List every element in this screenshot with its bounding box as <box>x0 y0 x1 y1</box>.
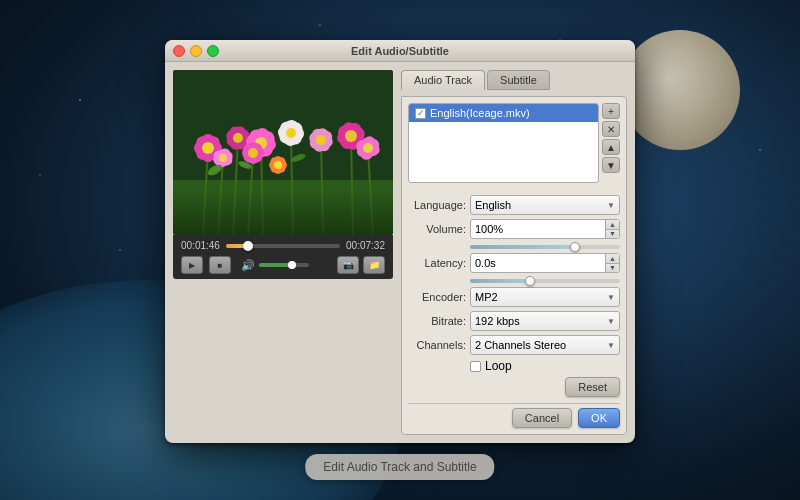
loop-row: Loop <box>408 359 620 373</box>
reset-button[interactable]: Reset <box>565 377 620 397</box>
volume-up-button[interactable]: ▲ <box>606 220 619 230</box>
player-section: 00:01:46 00:07:32 ▶ ■ 🔊 <box>173 70 393 435</box>
loop-label: Loop <box>485 359 512 373</box>
folder-button[interactable]: 📁 <box>363 256 385 274</box>
track-item[interactable]: ✓ English(Iceage.mkv) <box>409 104 598 122</box>
panel-content: ✓ English(Iceage.mkv) + ✕ ▲ ▼ Language: <box>401 96 627 435</box>
playback-controls: ▶ ■ 🔊 📷 📁 <box>181 256 385 274</box>
latency-value: 0.0s <box>475 257 496 269</box>
media-buttons: 📷 📁 <box>337 256 385 274</box>
channels-label: Channels: <box>408 339 466 351</box>
loop-checkbox[interactable] <box>470 361 481 372</box>
svg-point-40 <box>345 130 357 142</box>
language-dropdown[interactable]: English ▼ <box>470 195 620 215</box>
channels-dropdown-arrow: ▼ <box>607 341 615 350</box>
controls-bar: 00:01:46 00:07:32 ▶ ■ 🔊 <box>173 235 393 279</box>
volume-row: Volume: 100% ▲ ▼ <box>408 219 620 239</box>
encoder-dropdown[interactable]: MP2 ▼ <box>470 287 620 307</box>
volume-section: 🔊 <box>241 259 309 272</box>
track-label: English(Iceage.mkv) <box>430 107 530 119</box>
language-dropdown-arrow: ▼ <box>607 201 615 210</box>
svg-point-15 <box>202 142 214 154</box>
bottom-label: Edit Audio Track and Subtitle <box>305 454 494 480</box>
svg-point-53 <box>363 143 373 153</box>
encoder-dropdown-arrow: ▼ <box>607 293 615 302</box>
latency-label: Latency: <box>408 257 466 269</box>
volume-track-slider[interactable] <box>470 245 620 249</box>
tabs: Audio Track Subtitle <box>401 70 627 90</box>
track-list-area: ✓ English(Iceage.mkv) + ✕ ▲ ▼ <box>408 103 620 189</box>
channels-dropdown[interactable]: 2 Channels Stereo ▼ <box>470 335 620 355</box>
tab-subtitle[interactable]: Subtitle <box>487 70 550 90</box>
reset-button-row: Reset <box>408 377 620 397</box>
zoom-button[interactable] <box>207 45 219 57</box>
latency-row: Latency: 0.0s ▲ ▼ <box>408 253 620 273</box>
svg-rect-62 <box>173 190 393 235</box>
timeline: 00:01:46 00:07:32 <box>181 240 385 251</box>
video-frame <box>173 70 393 235</box>
screenshot-button[interactable]: 📷 <box>337 256 359 274</box>
volume-down-button[interactable]: ▼ <box>606 230 619 239</box>
volume-arrows: ▲ ▼ <box>605 220 619 238</box>
volume-thumb[interactable] <box>288 261 296 269</box>
language-value: English <box>475 199 511 211</box>
bitrate-value: 192 kbps <box>475 315 520 327</box>
volume-stepper[interactable]: 100% ▲ ▼ <box>470 219 620 239</box>
time-total: 00:07:32 <box>346 240 385 251</box>
play-button[interactable]: ▶ <box>181 256 203 274</box>
window-body: 00:01:46 00:07:32 ▶ ■ 🔊 <box>165 62 635 443</box>
ok-button[interactable]: OK <box>578 408 620 428</box>
volume-slider[interactable] <box>259 263 309 267</box>
panel-section: Audio Track Subtitle ✓ English(Iceage.mk… <box>401 70 627 435</box>
encoder-row: Encoder: MP2 ▼ <box>408 287 620 307</box>
minimize-button[interactable] <box>190 45 202 57</box>
volume-icon: 🔊 <box>241 259 255 272</box>
bitrate-dropdown-arrow: ▼ <box>607 317 615 326</box>
language-label: Language: <box>408 199 466 211</box>
traffic-lights <box>173 45 219 57</box>
svg-point-30 <box>286 128 296 138</box>
svg-point-44 <box>219 154 227 162</box>
window-title: Edit Audio/Subtitle <box>351 45 449 57</box>
svg-point-20 <box>233 133 243 143</box>
svg-point-58 <box>274 161 282 169</box>
track-add-button[interactable]: + <box>602 103 620 119</box>
progress-thumb[interactable] <box>243 241 253 251</box>
encoder-value: MP2 <box>475 291 498 303</box>
close-button[interactable] <box>173 45 185 57</box>
bitrate-dropdown[interactable]: 192 kbps ▼ <box>470 311 620 331</box>
volume-slider-row <box>408 243 620 249</box>
latency-track-slider[interactable] <box>470 279 620 283</box>
latency-up-button[interactable]: ▲ <box>606 254 619 264</box>
dialog-buttons: Cancel OK <box>408 403 620 428</box>
volume-track-thumb[interactable] <box>570 242 580 252</box>
track-remove-button[interactable]: ✕ <box>602 121 620 137</box>
volume-value: 100% <box>475 223 503 235</box>
latency-stepper[interactable]: 0.0s ▲ ▼ <box>470 253 620 273</box>
latency-down-button[interactable]: ▼ <box>606 264 619 273</box>
language-row: Language: English ▼ <box>408 195 620 215</box>
track-down-button[interactable]: ▼ <box>602 157 620 173</box>
bitrate-label: Bitrate: <box>408 315 466 327</box>
time-current: 00:01:46 <box>181 240 220 251</box>
svg-point-49 <box>248 148 258 158</box>
stop-button[interactable]: ■ <box>209 256 231 274</box>
latency-arrows: ▲ ▼ <box>605 254 619 272</box>
volume-label: Volume: <box>408 223 466 235</box>
cancel-button[interactable]: Cancel <box>512 408 572 428</box>
track-checkbox[interactable]: ✓ <box>415 108 426 119</box>
track-list: ✓ English(Iceage.mkv) <box>408 103 599 183</box>
channels-row: Channels: 2 Channels Stereo ▼ <box>408 335 620 355</box>
bitrate-row: Bitrate: 192 kbps ▼ <box>408 311 620 331</box>
progress-track[interactable] <box>226 244 340 248</box>
latency-slider-row <box>408 277 620 283</box>
svg-point-35 <box>316 135 326 145</box>
encoder-label: Encoder: <box>408 291 466 303</box>
title-bar: Edit Audio/Subtitle <box>165 40 635 62</box>
channels-value: 2 Channels Stereo <box>475 339 566 351</box>
latency-track-thumb[interactable] <box>525 276 535 286</box>
track-action-buttons: + ✕ ▲ ▼ <box>602 103 620 189</box>
track-up-button[interactable]: ▲ <box>602 139 620 155</box>
tab-audio-track[interactable]: Audio Track <box>401 70 485 90</box>
main-window: Edit Audio/Subtitle <box>165 40 635 443</box>
